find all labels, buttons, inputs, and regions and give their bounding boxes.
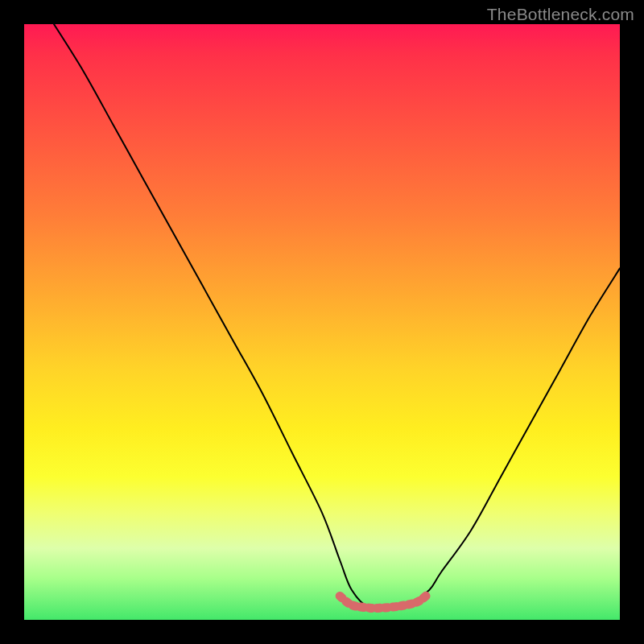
chart-frame: TheBottleneck.com bbox=[0, 0, 644, 644]
flat-bottom-marker bbox=[340, 593, 429, 609]
watermark-text: TheBottleneck.com bbox=[487, 5, 634, 24]
bottleneck-curve bbox=[54, 24, 620, 609]
plot-area bbox=[24, 24, 620, 620]
curve-svg bbox=[24, 24, 620, 620]
